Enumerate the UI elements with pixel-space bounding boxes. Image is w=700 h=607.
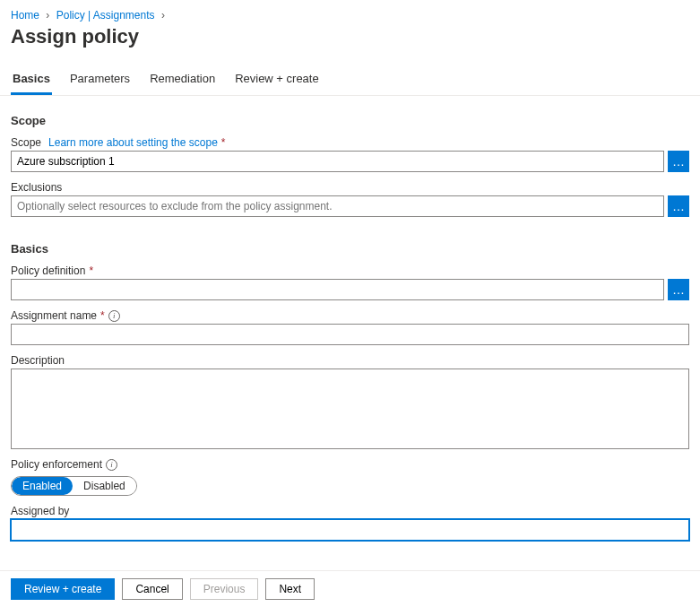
info-icon[interactable]: i bbox=[106, 459, 117, 471]
tabs: Basics Parameters Remediation Review + c… bbox=[0, 66, 700, 96]
assignment-name-input[interactable] bbox=[11, 324, 689, 345]
toggle-enabled[interactable]: Enabled bbox=[12, 477, 73, 495]
required-marker: * bbox=[89, 264, 93, 277]
required-marker: * bbox=[221, 136, 226, 149]
policy-definition-input[interactable] bbox=[11, 279, 664, 300]
exclusions-input[interactable] bbox=[11, 195, 664, 217]
assigned-by-input[interactable] bbox=[11, 519, 689, 541]
chevron-right-icon: › bbox=[161, 9, 165, 22]
info-icon[interactable]: i bbox=[108, 310, 120, 322]
page-title: Assign policy bbox=[0, 25, 700, 66]
section-basics-heading: Basics bbox=[11, 242, 689, 256]
chevron-right-icon: › bbox=[46, 9, 49, 22]
policy-enforcement-label: Policy enforcement bbox=[11, 458, 102, 471]
breadcrumb: Home › Policy | Assignments › bbox=[0, 0, 700, 25]
scope-learn-more-link[interactable]: Learn more about setting the scope bbox=[48, 136, 218, 149]
assigned-by-label: Assigned by bbox=[11, 505, 689, 517]
ellipsis-icon: … bbox=[672, 283, 685, 296]
policy-definition-label-row: Policy definition * bbox=[11, 264, 689, 277]
cancel-button[interactable]: Cancel bbox=[122, 578, 182, 600]
footer-bar: Review + create Cancel Previous Next bbox=[0, 570, 700, 607]
required-marker: * bbox=[100, 309, 105, 322]
exclusions-label: Exclusions bbox=[11, 181, 689, 194]
scope-label: Scope bbox=[11, 136, 41, 149]
ellipsis-icon: … bbox=[672, 155, 685, 168]
assignment-name-label-row: Assignment name * i bbox=[11, 309, 689, 322]
exclusions-picker-button[interactable]: … bbox=[668, 195, 689, 217]
review-create-button[interactable]: Review + create bbox=[11, 578, 115, 600]
tab-basics[interactable]: Basics bbox=[11, 66, 52, 95]
scope-input[interactable] bbox=[11, 151, 664, 172]
scope-label-row: Scope Learn more about setting the scope… bbox=[11, 136, 689, 149]
description-input[interactable] bbox=[11, 369, 689, 449]
description-label: Description bbox=[11, 354, 689, 367]
breadcrumb-home[interactable]: Home bbox=[11, 9, 39, 22]
tab-review-create[interactable]: Review + create bbox=[233, 66, 321, 95]
tab-parameters[interactable]: Parameters bbox=[68, 66, 132, 95]
ellipsis-icon: … bbox=[672, 200, 685, 212]
section-scope-heading: Scope bbox=[11, 114, 689, 127]
next-button[interactable]: Next bbox=[265, 578, 315, 600]
assignment-name-label: Assignment name bbox=[11, 309, 97, 322]
tab-remediation[interactable]: Remediation bbox=[148, 66, 217, 95]
scope-picker-button[interactable]: … bbox=[668, 151, 689, 172]
previous-button: Previous bbox=[190, 578, 259, 600]
toggle-disabled[interactable]: Disabled bbox=[73, 477, 136, 495]
policy-enforcement-toggle[interactable]: Enabled Disabled bbox=[11, 476, 137, 496]
policy-enforcement-label-row: Policy enforcement i bbox=[11, 458, 689, 471]
breadcrumb-policy-assignments[interactable]: Policy | Assignments bbox=[56, 9, 155, 22]
policy-definition-picker-button[interactable]: … bbox=[668, 279, 689, 300]
policy-definition-label: Policy definition bbox=[11, 264, 85, 277]
